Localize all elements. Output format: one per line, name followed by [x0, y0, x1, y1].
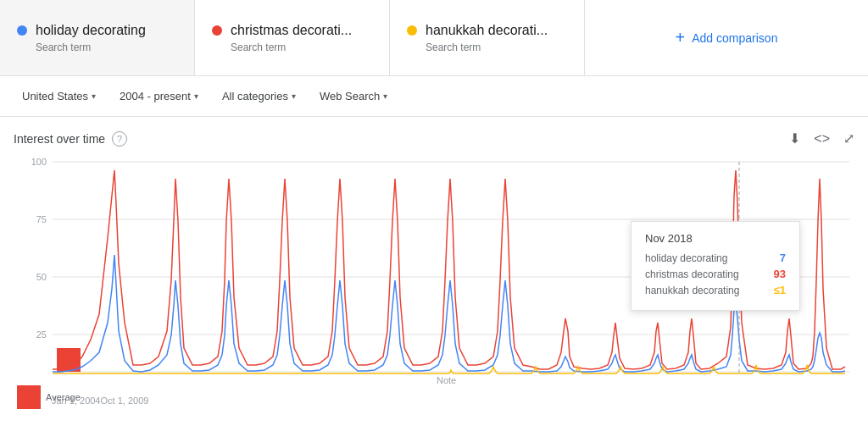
svg-text:50: 50 [36, 272, 47, 282]
add-comparison-button[interactable]: + Add comparison [585, 0, 868, 75]
search-term-holiday[interactable]: holiday decorating Search term [0, 0, 195, 75]
tooltip-row-christmas: christmas decorating 93 [645, 268, 786, 280]
tooltip-christmas-value: 93 [774, 268, 786, 280]
search-term-christmas[interactable]: christmas decorati... Search term [195, 0, 390, 75]
category-filter[interactable]: All categories ▾ [214, 86, 304, 106]
chart-header: Interest over time ? ⬇ <> ⤢ [0, 130, 868, 153]
svg-text:100: 100 [31, 157, 47, 167]
average-label: Average [46, 392, 81, 402]
time-range-arrow-icon: ▾ [194, 91, 198, 101]
add-comparison-plus-icon: + [676, 28, 686, 47]
help-icon[interactable]: ? [112, 131, 127, 147]
hanukkah-term-type: Search term [426, 41, 567, 53]
hanukkah-dot [407, 25, 417, 36]
svg-text:Note: Note [437, 375, 456, 385]
christmas-term-type: Search term [231, 41, 372, 53]
chart-actions: ⬇ <> ⤢ [789, 130, 854, 147]
time-range-filter[interactable]: 2004 - present ▾ [111, 86, 207, 106]
time-range-label: 2004 - present [120, 90, 191, 102]
embed-code-icon[interactable]: <> [814, 131, 830, 147]
tooltip-hanukkah-label: hanukkah decorating [645, 285, 739, 296]
location-label: United States [22, 90, 88, 102]
chart-section: Interest over time ? ⬇ <> ⤢ 100 75 50 25 [0, 117, 868, 448]
svg-text:25: 25 [36, 329, 47, 340]
tooltip-holiday-label: holiday decorating [645, 252, 727, 264]
tooltip-date: Nov 2018 [645, 232, 786, 245]
chart-container: 100 75 50 25 Note Jan 1, 2004 Oct 1, 200… [0, 153, 868, 424]
tooltip-christmas-label: christmas decorating [645, 268, 739, 280]
search-type-filter[interactable]: Web Search ▾ [311, 86, 396, 106]
x-label-spacer [148, 395, 816, 406]
x-label-2009: Oct 1, 2009 [101, 395, 149, 406]
location-arrow-icon: ▾ [92, 91, 96, 101]
christmas-term-label: christmas decorati... [231, 23, 352, 38]
holiday-term-label: holiday decorating [36, 23, 146, 38]
category-label: All categories [222, 90, 288, 102]
holiday-term-type: Search term [36, 41, 177, 53]
average-bar [17, 385, 41, 409]
tooltip-hanukkah-value: ≤1 [774, 284, 786, 296]
search-type-arrow-icon: ▾ [383, 91, 387, 101]
share-icon[interactable]: ⤢ [843, 130, 854, 147]
christmas-dot [212, 25, 222, 36]
tooltip-row-holiday: holiday decorating 7 [645, 252, 786, 264]
hanukkah-term-label: hanukkah decorati... [426, 23, 548, 38]
search-term-hanukkah[interactable]: hanukkah decorati... Search term [390, 0, 585, 75]
search-terms-bar: holiday decorating Search term christmas… [0, 0, 868, 76]
chart-tooltip: Nov 2018 holiday decorating 7 christmas … [631, 221, 800, 311]
chart-legend: Average [17, 385, 81, 409]
filters-bar: United States ▾ 2004 - present ▾ All cat… [0, 76, 868, 117]
search-type-label: Web Search [320, 90, 380, 102]
chart-title: Interest over time [14, 132, 105, 146]
add-comparison-label: Add comparison [692, 31, 777, 45]
tooltip-holiday-value: 7 [780, 252, 786, 264]
download-icon[interactable]: ⬇ [789, 130, 800, 147]
tooltip-row-hanukkah: hanukkah decorating ≤1 [645, 284, 786, 296]
location-filter[interactable]: United States ▾ [14, 86, 104, 106]
category-arrow-icon: ▾ [292, 91, 296, 101]
svg-text:75: 75 [36, 214, 47, 224]
holiday-dot [17, 25, 27, 36]
